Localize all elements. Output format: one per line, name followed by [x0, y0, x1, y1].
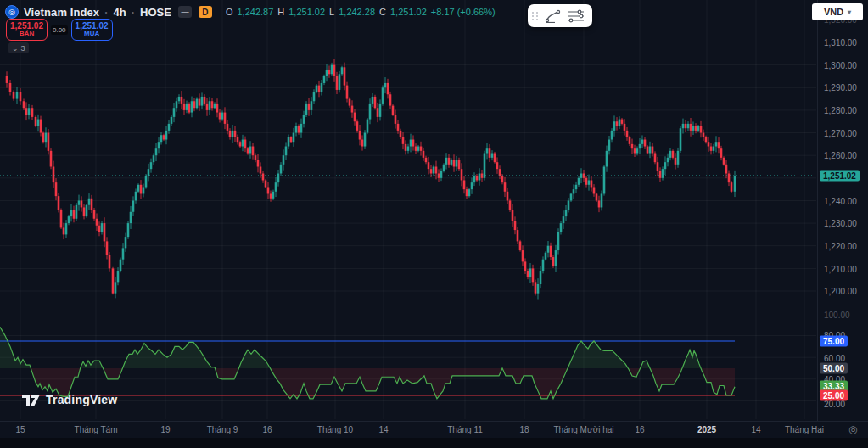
trade-buttons-row: 1,251.02 BÁN 0.00 1,251.02 MUA — [6, 19, 113, 41]
price-axis[interactable]: 1,320.001,310.001,300.001,290.001,280.00… — [817, 0, 868, 421]
indicator-layer — [0, 327, 735, 398]
time-axis-label: 16 — [635, 425, 644, 434]
price-axis-badge: 1,251.02 — [820, 171, 860, 182]
sell-button[interactable]: 1,251.02 BÁN — [6, 19, 48, 41]
indicators-count: 3 — [21, 44, 25, 53]
price-axis-label: 100.00 — [824, 311, 850, 320]
time-axis-label: 14 — [751, 425, 760, 434]
price-axis-label: 1,230.00 — [824, 219, 857, 228]
time-axis-label: 2025 — [697, 425, 716, 434]
exchange-label[interactable]: HOSE — [140, 6, 171, 19]
close-value: 1,251.02 — [390, 7, 427, 17]
price-axis-label: 1,280.00 — [824, 106, 857, 115]
buy-label: MUA — [84, 31, 99, 37]
price-axis-label: 1,310.00 — [824, 38, 857, 48]
time-axis-label: Tháng Hai — [785, 425, 824, 434]
price-axis-label: 1,270.00 — [824, 129, 857, 138]
separator-dot: · — [132, 6, 135, 19]
change-value: +8.17 (+0.66%) — [431, 7, 496, 17]
price-axis-label: 1,220.00 — [824, 242, 857, 251]
chevron-down-icon: ⌄ — [12, 44, 19, 53]
settings-sliders-icon[interactable] — [568, 9, 585, 23]
chart-canvas[interactable] — [0, 0, 817, 421]
low-label: L — [329, 7, 334, 17]
interval-label[interactable]: 4h — [114, 6, 126, 19]
daily-timeframe-badge[interactable]: D — [199, 6, 212, 18]
open-value: 1,242.87 — [237, 7, 273, 17]
buy-button[interactable]: 1,251.02 MUA — [71, 19, 113, 41]
time-axis-label: Tháng Tám — [75, 425, 118, 434]
high-label: H — [277, 7, 284, 17]
indicators-collapse-button[interactable]: ⌄ 3 — [8, 42, 29, 53]
time-axis-label: Tháng Mười hai — [553, 425, 613, 434]
ohlc-readout: O1,242.87 H1,251.02 L1,242.28 C1,251.02 … — [226, 7, 496, 17]
chevron-down-icon: ▾ — [848, 8, 851, 16]
separator-dot: · — [104, 6, 108, 19]
time-axis[interactable]: 15Tháng Tám19Tháng 916Tháng 1014Tháng 11… — [0, 421, 868, 438]
price-axis-label: 1,210.00 — [824, 265, 857, 274]
time-axis-label: 15 — [15, 425, 25, 434]
symbol-logo-icon[interactable]: ◎ — [5, 5, 19, 19]
price-axis-label: 1,200.00 — [824, 287, 857, 296]
chart-window: ◎ Vietnam Index · 4h · HOSE — D O1,242.8… — [0, 0, 868, 448]
low-value: 1,242.28 — [339, 7, 375, 17]
close-label: C — [379, 7, 386, 17]
floating-toolbar[interactable] — [528, 4, 592, 27]
time-axis-label: Tháng 9 — [207, 425, 238, 434]
time-axis-label: 16 — [262, 425, 272, 434]
bottom-strip — [0, 438, 868, 448]
drag-handle-icon[interactable] — [532, 12, 539, 20]
currency-button[interactable]: VND ▾ — [812, 3, 863, 20]
compare-chip[interactable]: — — [178, 6, 192, 18]
time-axis-label: 19 — [160, 425, 170, 434]
symbol-title[interactable]: Vietnam Index — [24, 6, 99, 19]
high-value: 1,251.02 — [288, 7, 325, 17]
spread-value: 0.00 — [51, 25, 68, 35]
currency-label: VND — [824, 7, 843, 17]
tradingview-logo-text: TradingView — [46, 393, 117, 406]
price-axis-label: 1,260.00 — [824, 151, 857, 160]
time-axis-label: Tháng 10 — [317, 425, 353, 434]
price-axis-label: 1,300.00 — [824, 61, 857, 70]
price-axis-label: 60.00 — [824, 354, 845, 363]
time-axis-label: 18 — [519, 425, 529, 434]
time-axis-label: 14 — [378, 425, 388, 434]
timezone-clock-icon[interactable]: ◎ — [848, 423, 857, 435]
time-axis-label: Tháng 11 — [447, 425, 483, 434]
price-axis-badge: 25.00 — [820, 390, 848, 401]
symbol-header: ◎ Vietnam Index · 4h · HOSE — D O1,242.8… — [5, 4, 496, 20]
open-label: O — [226, 7, 233, 17]
price-axis-label: 1,240.00 — [824, 197, 857, 206]
candles-layer — [6, 59, 736, 300]
symbol-row: ◎ Vietnam Index · 4h · HOSE — D O1,242.8… — [5, 4, 496, 20]
price-axis-badge: 50.00 — [820, 363, 848, 374]
sell-label: BÁN — [20, 31, 34, 37]
tradingview-logo[interactable]: TradingView — [22, 393, 117, 406]
drawing-tool-icon[interactable] — [545, 9, 562, 23]
price-axis-label: 1,290.00 — [824, 83, 857, 92]
tradingview-mark-icon — [22, 394, 40, 406]
price-axis-badge: 75.00 — [820, 336, 848, 347]
